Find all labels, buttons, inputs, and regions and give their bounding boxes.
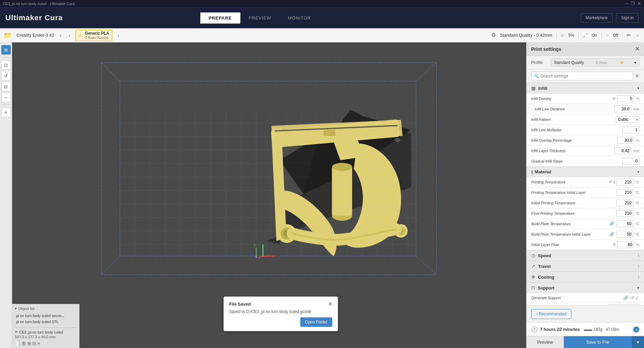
obj-copy-btn[interactable]: 📑 xyxy=(15,341,20,346)
profile-size: 0.2mm xyxy=(596,61,607,65)
print-temp-initial-unit: °C xyxy=(635,190,639,195)
obj-delete-btn[interactable]: 🗑 xyxy=(22,341,26,346)
settings-menu-btn[interactable]: ≡ xyxy=(635,72,639,80)
build-plate-temp-initial-link: 🔗 xyxy=(609,232,614,237)
support-placement-select[interactable]: Everywhere xyxy=(608,304,639,305)
object-item-0[interactable]: pi no turn body cuted secon... xyxy=(15,313,76,319)
3d-viewport[interactable]: X Y ▾ Object list pi no turn body cuted … xyxy=(12,42,526,348)
infill-overlap-input[interactable] xyxy=(617,137,634,144)
obj-remove-btn[interactable]: ⊟ xyxy=(32,341,36,346)
settings-close-btn[interactable]: ✕ xyxy=(635,46,639,52)
clock-icon: 🕐 xyxy=(531,326,538,333)
tool-rotate[interactable]: ↺ xyxy=(1,71,11,80)
print-temp-initial-controls: °C xyxy=(616,189,639,196)
section-travel[interactable]: ↗ Travel ‹ xyxy=(527,261,644,272)
print-info-bar: 🕐 7 hours 22 minutes ▬▬ 140g · 47.09m i xyxy=(527,322,644,336)
print-temp-info[interactable]: ℹ xyxy=(613,180,615,184)
printer-chevron-right[interactable]: › xyxy=(67,33,72,38)
profile-row: Profile Standard Quality 0.2mm ★ ▾ xyxy=(527,56,644,70)
toolbar-sep3 xyxy=(601,31,602,39)
pen-icon[interactable]: ✏ xyxy=(626,32,631,38)
material-chevron[interactable]: › xyxy=(115,33,121,38)
object-list-header[interactable]: ▾ Object list xyxy=(15,306,76,311)
recommended-button[interactable]: ‹ Recommended xyxy=(531,309,571,319)
toast-close-btn[interactable]: ✕ xyxy=(328,301,332,307)
print-temp-unit: °C xyxy=(635,180,639,184)
build-plate-temp-input[interactable] xyxy=(616,220,633,227)
profile-select[interactable]: Standard Quality 0.2mm ★ ▾ xyxy=(551,59,639,67)
section-support[interactable]: ⊓ Support ▾ xyxy=(527,282,644,293)
adhesion-off: Off xyxy=(613,33,618,38)
print-temp-input[interactable] xyxy=(616,179,633,185)
infill-pattern-select[interactable]: Cubic xyxy=(616,116,639,123)
initial-layer-flow-reset[interactable]: ↺ xyxy=(612,242,616,247)
object-item-1[interactable]: pi no turn body cuted.STL xyxy=(15,319,76,325)
search-input[interactable] xyxy=(531,72,633,80)
profile-star-icon: ★ xyxy=(620,60,623,65)
infill-density-input[interactable] xyxy=(617,95,634,102)
build-plate-temp-initial-input[interactable] xyxy=(616,231,633,238)
print-temp-initial-input[interactable] xyxy=(616,189,633,196)
toolbar-right: ⚙ Standard Quality - 0.42mm ▦ 5% 🦯 On ≋ … xyxy=(491,31,641,39)
printer-chevron[interactable]: ‹ xyxy=(58,33,63,38)
infill-multiplier-controls xyxy=(622,127,639,133)
initial-layer-flow-label: Initial Layer Flow xyxy=(531,243,612,247)
infill-multiplier-input[interactable] xyxy=(622,127,639,133)
tool-arrange[interactable]: ⊡ xyxy=(1,60,11,70)
preview-button[interactable]: Preview xyxy=(527,336,564,348)
section-cooling[interactable]: ❄ Cooling ‹ xyxy=(527,272,644,282)
right-panel-toggle[interactable]: › xyxy=(635,33,641,38)
section-speed[interactable]: ◷ Speed ‹ xyxy=(527,250,644,261)
open-folder-button[interactable]: Open Folder xyxy=(300,317,332,327)
tool-scale[interactable]: ⊟ xyxy=(1,82,11,91)
model-info: ✏ CE3_pi no turn body cuted 197.3 x 177.… xyxy=(15,327,76,339)
infill-layer-thickness-input[interactable] xyxy=(614,147,631,154)
tab-preview[interactable]: PREVIEW xyxy=(240,12,280,24)
generate-support-link: 🔗 xyxy=(623,295,629,300)
marketplace-button[interactable]: Marketplace xyxy=(581,13,613,23)
infill-pattern-label: Infill Pattern xyxy=(531,117,616,121)
obj-add-btn[interactable]: ⊞ xyxy=(27,341,31,346)
infill-chevron: ▾ xyxy=(637,86,639,91)
setting-print-temp: Printing Temperature ↺ ℹ °C xyxy=(527,177,644,187)
save-dropdown-button[interactable]: ▼ xyxy=(632,336,644,348)
infill-multiplier-label: Infill Line Multiplier xyxy=(531,128,622,132)
material-badge[interactable]: ⚠ Generic PLA 0.6mm Nozzle xyxy=(75,30,112,41)
setting-gradual-infill: Gradual Infill Steps xyxy=(527,156,644,167)
tool-open[interactable]: ⊞ xyxy=(1,45,11,55)
travel-chevron: ‹ xyxy=(638,264,639,269)
initial-print-temp-label: Initial Printing Temperature xyxy=(531,201,616,205)
print-temp-reset[interactable]: ↺ xyxy=(609,180,612,184)
tool-divider1 xyxy=(2,57,10,58)
section-material[interactable]: ||| Material ▾ xyxy=(527,167,644,177)
material-warning-icon: ⚠ xyxy=(78,33,83,38)
setting-build-plate-temp: Build Plate Temperature 🔗 °C xyxy=(527,219,644,229)
generate-support-check[interactable]: ✓ xyxy=(635,295,639,301)
tab-monitor[interactable]: MONITOR xyxy=(280,12,319,24)
generate-support-reset[interactable]: ↺ xyxy=(631,295,634,300)
maximize-btn[interactable]: ❐ xyxy=(631,1,635,6)
initial-layer-flow-input[interactable] xyxy=(617,241,634,248)
open-file-icon[interactable]: 📁 xyxy=(3,31,12,39)
close-btn[interactable]: ✕ xyxy=(638,1,641,6)
window-controls[interactable]: ─ ❐ ✕ xyxy=(625,1,641,6)
obj-settings-btn[interactable]: ≡ xyxy=(37,341,40,346)
gradual-infill-controls xyxy=(622,158,639,165)
save-to-file-button[interactable]: Save to File xyxy=(564,336,632,348)
tab-prepare[interactable]: PREPARE xyxy=(200,12,240,24)
print-info-icon[interactable]: i xyxy=(633,326,639,333)
minimize-btn[interactable]: ─ xyxy=(625,1,628,6)
tool-per-object[interactable]: ≡ xyxy=(1,108,11,117)
tool-mirror[interactable]: ↔ xyxy=(1,93,11,102)
signin-button[interactable]: Sign in xyxy=(616,13,639,23)
section-infill[interactable]: ▦ Infill ▾ xyxy=(527,83,644,94)
gradual-infill-input[interactable] xyxy=(622,158,639,165)
print-temp-controls: ↺ ℹ °C xyxy=(609,179,639,185)
printer-name[interactable]: Creality Ender-3 #2 xyxy=(16,33,54,38)
infill-line-distance-input[interactable] xyxy=(614,106,631,112)
infill-layer-thickness-unit: mm xyxy=(633,149,639,153)
infill-density-reset[interactable]: ↺ xyxy=(612,96,616,101)
final-print-temp-input[interactable] xyxy=(616,210,633,217)
initial-print-temp-input[interactable] xyxy=(616,200,633,206)
infill-density-controls: ↺ % xyxy=(612,95,639,102)
